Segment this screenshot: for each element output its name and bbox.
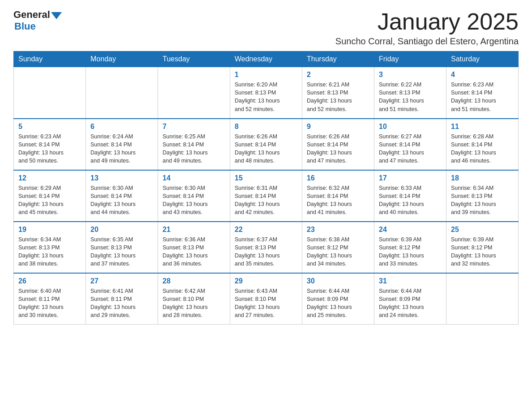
calendar-cell: 29Sunrise: 6:43 AMSunset: 8:10 PMDayligh… (230, 273, 302, 325)
month-title: January 2025 (335, 9, 519, 34)
day-info: Sunrise: 6:38 AMSunset: 8:12 PMDaylight:… (307, 235, 369, 268)
day-info: Sunrise: 6:28 AMSunset: 8:14 PMDaylight:… (451, 133, 514, 165)
logo-arrow-icon (51, 12, 62, 19)
week-row-4: 19Sunrise: 6:34 AMSunset: 8:13 PMDayligh… (14, 222, 519, 273)
day-number: 15 (235, 174, 297, 182)
calendar-cell: 21Sunrise: 6:36 AMSunset: 8:13 PMDayligh… (158, 222, 230, 273)
day-info: Sunrise: 6:25 AMSunset: 8:14 PMDaylight:… (163, 133, 225, 165)
header-day-saturday: Saturday (446, 51, 519, 67)
day-info: Sunrise: 6:36 AMSunset: 8:13 PMDaylight:… (163, 235, 225, 268)
calendar-cell: 31Sunrise: 6:44 AMSunset: 8:09 PMDayligh… (374, 273, 446, 325)
day-number: 21 (163, 226, 225, 234)
day-number: 14 (163, 174, 225, 182)
day-number: 13 (90, 174, 153, 182)
day-info: Sunrise: 6:29 AMSunset: 8:14 PMDaylight:… (18, 184, 81, 217)
day-number: 2 (307, 71, 369, 79)
calendar-cell: 4Sunrise: 6:23 AMSunset: 8:14 PMDaylight… (446, 67, 519, 119)
calendar-cell: 13Sunrise: 6:30 AMSunset: 8:14 PMDayligh… (86, 170, 158, 222)
day-number: 25 (451, 226, 514, 234)
calendar-cell: 27Sunrise: 6:41 AMSunset: 8:11 PMDayligh… (86, 273, 158, 325)
day-number: 4 (451, 71, 514, 79)
day-info: Sunrise: 6:24 AMSunset: 8:14 PMDaylight:… (90, 133, 153, 165)
day-info: Sunrise: 6:35 AMSunset: 8:13 PMDaylight:… (90, 235, 153, 268)
day-info: Sunrise: 6:34 AMSunset: 8:13 PMDaylight:… (18, 235, 81, 268)
day-number: 29 (235, 277, 297, 285)
calendar-cell (446, 273, 519, 325)
day-number: 17 (379, 174, 442, 182)
calendar-cell (86, 67, 158, 119)
calendar-cell: 22Sunrise: 6:37 AMSunset: 8:13 PMDayligh… (230, 222, 302, 273)
calendar-cell: 23Sunrise: 6:38 AMSunset: 8:12 PMDayligh… (302, 222, 374, 273)
day-info: Sunrise: 6:40 AMSunset: 8:11 PMDaylight:… (18, 287, 81, 320)
calendar-cell: 26Sunrise: 6:40 AMSunset: 8:11 PMDayligh… (14, 273, 86, 325)
day-number: 22 (235, 226, 297, 234)
week-row-2: 5Sunrise: 6:23 AMSunset: 8:14 PMDaylight… (14, 119, 519, 170)
calendar-cell: 1Sunrise: 6:20 AMSunset: 8:13 PMDaylight… (230, 67, 302, 119)
week-row-5: 26Sunrise: 6:40 AMSunset: 8:11 PMDayligh… (14, 273, 519, 325)
day-number: 24 (379, 226, 442, 234)
day-number: 16 (307, 174, 369, 182)
header-day-sunday: Sunday (14, 51, 86, 67)
page-header: General Blue January 2025 Suncho Corral,… (13, 9, 519, 47)
day-info: Sunrise: 6:44 AMSunset: 8:09 PMDaylight:… (379, 287, 442, 320)
location-title: Suncho Corral, Santiago del Estero, Arge… (335, 36, 519, 47)
calendar-cell: 20Sunrise: 6:35 AMSunset: 8:13 PMDayligh… (86, 222, 158, 273)
calendar-cell: 14Sunrise: 6:30 AMSunset: 8:14 PMDayligh… (158, 170, 230, 222)
day-number: 30 (307, 277, 369, 285)
calendar-cell: 6Sunrise: 6:24 AMSunset: 8:14 PMDaylight… (86, 119, 158, 170)
week-row-1: 1Sunrise: 6:20 AMSunset: 8:13 PMDaylight… (14, 67, 519, 119)
calendar-cell: 9Sunrise: 6:26 AMSunset: 8:14 PMDaylight… (302, 119, 374, 170)
logo-general-text: General (13, 9, 50, 21)
calendar-cell: 11Sunrise: 6:28 AMSunset: 8:14 PMDayligh… (446, 119, 519, 170)
day-number: 8 (235, 123, 297, 131)
day-number: 19 (18, 226, 81, 234)
day-info: Sunrise: 6:43 AMSunset: 8:10 PMDaylight:… (235, 287, 297, 320)
day-number: 31 (379, 277, 442, 285)
day-info: Sunrise: 6:20 AMSunset: 8:13 PMDaylight:… (235, 81, 297, 113)
calendar-cell: 3Sunrise: 6:22 AMSunset: 8:13 PMDaylight… (374, 67, 446, 119)
day-info: Sunrise: 6:27 AMSunset: 8:14 PMDaylight:… (379, 133, 442, 165)
day-number: 26 (18, 277, 81, 285)
calendar-cell (14, 67, 86, 119)
day-info: Sunrise: 6:30 AMSunset: 8:14 PMDaylight:… (163, 184, 225, 217)
day-number: 7 (163, 123, 225, 131)
header-day-friday: Friday (374, 51, 446, 67)
day-info: Sunrise: 6:41 AMSunset: 8:11 PMDaylight:… (90, 287, 153, 320)
header-day-wednesday: Wednesday (230, 51, 302, 67)
day-number: 11 (451, 123, 514, 131)
logo-top: General (13, 9, 62, 21)
day-number: 23 (307, 226, 369, 234)
day-info: Sunrise: 6:30 AMSunset: 8:14 PMDaylight:… (90, 184, 153, 217)
calendar-cell: 10Sunrise: 6:27 AMSunset: 8:14 PMDayligh… (374, 119, 446, 170)
calendar-cell: 28Sunrise: 6:42 AMSunset: 8:10 PMDayligh… (158, 273, 230, 325)
logo-blue-text: Blue (14, 21, 36, 32)
day-info: Sunrise: 6:44 AMSunset: 8:09 PMDaylight:… (307, 287, 369, 320)
day-number: 5 (18, 123, 81, 131)
day-number: 28 (163, 277, 225, 285)
day-number: 9 (307, 123, 369, 131)
day-number: 20 (90, 226, 153, 234)
calendar-cell: 12Sunrise: 6:29 AMSunset: 8:14 PMDayligh… (14, 170, 86, 222)
day-info: Sunrise: 6:23 AMSunset: 8:14 PMDaylight:… (451, 81, 514, 113)
calendar-cell: 15Sunrise: 6:31 AMSunset: 8:14 PMDayligh… (230, 170, 302, 222)
calendar-cell: 19Sunrise: 6:34 AMSunset: 8:13 PMDayligh… (14, 222, 86, 273)
day-info: Sunrise: 6:23 AMSunset: 8:14 PMDaylight:… (18, 133, 81, 165)
calendar-cell: 16Sunrise: 6:32 AMSunset: 8:14 PMDayligh… (302, 170, 374, 222)
calendar-cell: 5Sunrise: 6:23 AMSunset: 8:14 PMDaylight… (14, 119, 86, 170)
day-number: 3 (379, 71, 442, 79)
day-info: Sunrise: 6:34 AMSunset: 8:13 PMDaylight:… (451, 184, 514, 217)
header-day-tuesday: Tuesday (158, 51, 230, 67)
title-section: January 2025 Suncho Corral, Santiago del… (335, 9, 519, 47)
day-info: Sunrise: 6:21 AMSunset: 8:13 PMDaylight:… (307, 81, 369, 113)
calendar-cell: 24Sunrise: 6:39 AMSunset: 8:12 PMDayligh… (374, 222, 446, 273)
calendar-cell: 18Sunrise: 6:34 AMSunset: 8:13 PMDayligh… (446, 170, 519, 222)
day-info: Sunrise: 6:39 AMSunset: 8:12 PMDaylight:… (379, 235, 442, 268)
calendar-cell: 8Sunrise: 6:26 AMSunset: 8:14 PMDaylight… (230, 119, 302, 170)
day-number: 10 (379, 123, 442, 131)
calendar-cell: 17Sunrise: 6:33 AMSunset: 8:14 PMDayligh… (374, 170, 446, 222)
day-number: 6 (90, 123, 153, 131)
header-day-monday: Monday (86, 51, 158, 67)
calendar-cell: 2Sunrise: 6:21 AMSunset: 8:13 PMDaylight… (302, 67, 374, 119)
day-info: Sunrise: 6:33 AMSunset: 8:14 PMDaylight:… (379, 184, 442, 217)
calendar-cell: 25Sunrise: 6:39 AMSunset: 8:12 PMDayligh… (446, 222, 519, 273)
